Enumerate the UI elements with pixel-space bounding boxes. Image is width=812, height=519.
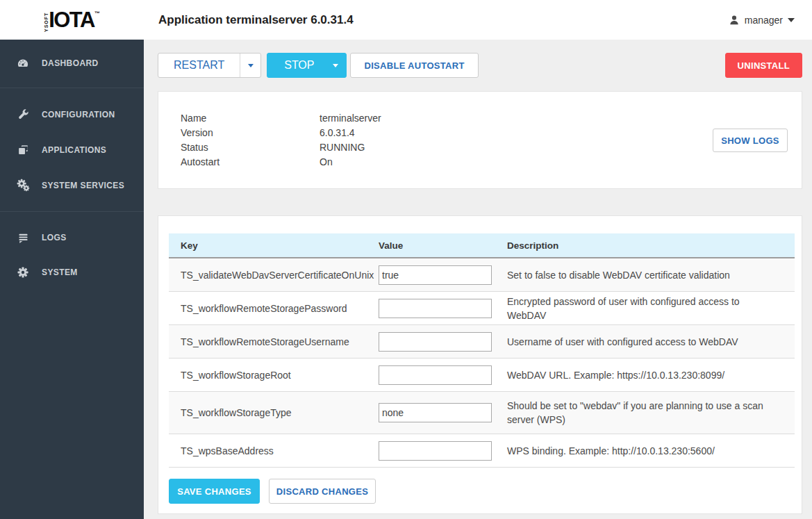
windows-icon xyxy=(16,144,30,156)
sidebar-item-label: CONFIGURATION xyxy=(42,110,115,120)
setting-value-input[interactable] xyxy=(379,365,492,385)
table-row xyxy=(379,359,507,392)
sidebar-item-system-services[interactable]: SYSTEM SERVICES xyxy=(0,167,144,203)
gear-icon xyxy=(16,266,30,279)
gears-icon xyxy=(16,179,30,192)
sidebar: DASHBOARD CONFIGURATION APPLI xyxy=(0,40,144,519)
disable-autostart-button[interactable]: DISABLE AUTOSTART xyxy=(350,53,478,78)
stop-split-button: STOP xyxy=(267,53,347,78)
sidebar-item-dashboard[interactable]: DASHBOARD xyxy=(0,47,144,79)
sidebar-item-label: LOGS xyxy=(42,233,67,242)
info-row: Status RUNNING xyxy=(181,140,802,155)
user-name: manager xyxy=(745,15,783,26)
sidebar-divider xyxy=(0,88,144,88)
chevron-down-icon xyxy=(333,64,338,67)
column-header-value: Value xyxy=(379,233,507,258)
sidebar-divider xyxy=(0,211,144,212)
setting-value-input[interactable] xyxy=(379,265,492,285)
show-logs-button[interactable]: SHOW LOGS xyxy=(713,129,788,152)
page-title: Application terminalserver 6.0.31.4 xyxy=(158,13,354,27)
main-content: RESTART STOP DISABLE AUTOSTART UNINSTALL… xyxy=(144,40,812,519)
application-info-panel: Name terminalserver Version 6.0.31.4 Sta… xyxy=(158,91,802,189)
info-row: Version 6.0.31.4 xyxy=(181,126,802,140)
action-toolbar: RESTART STOP DISABLE AUTOSTART UNINSTALL xyxy=(158,53,802,78)
app-status-value: RUNNING xyxy=(320,140,365,155)
sidebar-item-logs[interactable]: LOGS xyxy=(0,220,144,255)
sidebar-item-label: DASHBOARD xyxy=(42,58,99,68)
setting-description: WPS binding. Example: http://10.0.13.230… xyxy=(507,434,795,468)
table-row xyxy=(379,434,507,468)
uninstall-button[interactable]: UNINSTALL xyxy=(725,53,802,78)
sidebar-item-system[interactable]: SYSTEM xyxy=(0,255,144,290)
app-name-value: terminalserver xyxy=(320,111,381,126)
setting-description: Encrypted password of user with configur… xyxy=(507,292,795,325)
stop-dropdown-toggle[interactable] xyxy=(325,53,346,77)
setting-key: TS_workflowRemoteStoragePassword xyxy=(169,292,379,325)
table-row xyxy=(379,292,507,325)
save-changes-button[interactable]: SAVE CHANGES xyxy=(169,479,260,504)
column-header-key: Key xyxy=(169,233,379,258)
restart-split-button: RESTART xyxy=(158,53,261,78)
sidebar-item-configuration[interactable]: CONFIGURATION xyxy=(0,97,144,132)
discard-changes-button[interactable]: DISCARD CHANGES xyxy=(269,479,376,504)
sidebar-item-label: SYSTEM xyxy=(42,267,78,277)
chevron-down-icon xyxy=(248,64,254,67)
table-row xyxy=(379,258,507,292)
trademark-symbol: ™ xyxy=(94,10,100,17)
user-icon xyxy=(729,15,740,26)
setting-key: TS_validateWebDavServerCertificateOnUnix xyxy=(169,258,379,292)
setting-key: TS_workflowRemoteStorageUsername xyxy=(169,325,379,359)
logs-icon xyxy=(16,232,30,244)
user-menu[interactable]: manager xyxy=(729,0,795,40)
info-label: Name xyxy=(181,111,320,126)
setting-description: Should be set to "webdav" if you are pla… xyxy=(507,392,795,434)
logo-area: YSOFT IOTA ™ xyxy=(0,8,144,32)
info-row: Name terminalserver xyxy=(181,111,802,126)
info-label: Status xyxy=(181,140,320,155)
restart-button[interactable]: RESTART xyxy=(158,53,240,77)
info-row: Autostart On xyxy=(181,155,802,170)
info-label: Autostart xyxy=(181,155,320,170)
logo-text: IOTA xyxy=(49,8,94,32)
table-row xyxy=(379,392,507,434)
table-row xyxy=(379,325,507,359)
stop-button[interactable]: STOP xyxy=(267,53,325,77)
app-version-value: 6.0.31.4 xyxy=(320,126,355,140)
info-label: Version xyxy=(181,126,320,140)
setting-key: TS_workflowStorageRoot xyxy=(169,359,379,392)
setting-value-input[interactable] xyxy=(379,332,492,352)
setting-key: TS_wpsBaseAddress xyxy=(169,434,379,468)
app-autostart-value: On xyxy=(320,155,333,170)
iota-logo[interactable]: YSOFT IOTA ™ xyxy=(44,8,100,32)
restart-dropdown-toggle[interactable] xyxy=(240,53,260,77)
setting-value-input[interactable] xyxy=(379,299,492,318)
settings-table: Key Value Description TS_validateWebDavS… xyxy=(169,233,795,468)
sidebar-item-label: APPLICATIONS xyxy=(42,145,106,155)
setting-key: TS_workflowStorageType xyxy=(169,392,379,434)
setting-value-input[interactable] xyxy=(379,403,492,422)
logo-vertical-text: YSOFT xyxy=(44,11,49,32)
column-header-description: Description xyxy=(507,233,795,258)
tachometer-icon xyxy=(16,57,30,69)
setting-description: Set to false to disable WebDAV certifica… xyxy=(507,258,795,292)
sidebar-item-applications[interactable]: APPLICATIONS xyxy=(0,132,144,167)
setting-description: WebDAV URL. Example: https://10.0.13.230… xyxy=(507,359,795,392)
wrench-icon xyxy=(16,108,30,120)
setting-value-input[interactable] xyxy=(379,441,492,461)
setting-description: Username of user with configured access … xyxy=(507,325,795,359)
sidebar-item-label: SYSTEM SERVICES xyxy=(42,181,124,190)
top-header: YSOFT IOTA ™ Application terminalserver … xyxy=(0,0,812,40)
table-actions: SAVE CHANGES DISCARD CHANGES xyxy=(169,479,795,504)
chevron-down-icon xyxy=(788,18,795,22)
settings-panel: Key Value Description TS_validateWebDavS… xyxy=(158,215,802,514)
